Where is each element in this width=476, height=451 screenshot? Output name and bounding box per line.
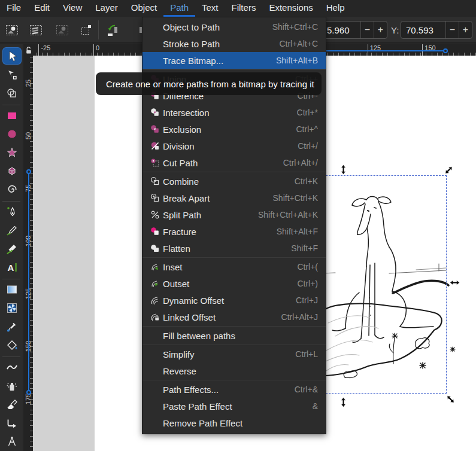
menu-item-paste-path-effect[interactable]: Paste Path Effect& — [143, 398, 326, 415]
hruler-label-25: -25 — [40, 44, 50, 51]
scale-handle-bottom-right[interactable] — [445, 394, 456, 404]
paint-bucket-tool[interactable] — [3, 337, 21, 353]
gradient-tool[interactable] — [3, 281, 21, 297]
menu-item-cut-path[interactable]: Cut PathCtrl+Alt+/ — [143, 154, 326, 171]
y-decrement-button[interactable]: − — [445, 22, 459, 38]
menu-separator — [143, 345, 326, 345]
menu-item-combine[interactable]: CombineCtrl+K — [143, 173, 326, 190]
menu-item-trace-bitmap[interactable]: Trace Bitmap...Shift+Alt+B — [143, 52, 326, 69]
menu-item-dynamic-offset[interactable]: Dynamic OffsetCtrl+J — [143, 292, 326, 309]
menubar-item-view[interactable]: View — [56, 0, 89, 17]
shape-builder-tool[interactable] — [3, 85, 21, 101]
y-value[interactable]: 70.593 — [401, 25, 445, 35]
rotate-ccw-icon — [106, 23, 120, 37]
fracture-icon — [147, 227, 163, 236]
pencil-tool[interactable] — [3, 222, 21, 238]
select-all-button[interactable] — [4, 22, 20, 38]
menu-item-exclusion[interactable]: ExclusionCtrl+^ — [143, 121, 326, 138]
menu-item-split-path[interactable]: Split PathShift+Ctrl+Alt+K — [143, 206, 326, 223]
flatten-icon — [147, 243, 163, 253]
menu-item-outset[interactable]: OutsetCtrl+) — [143, 275, 326, 292]
menu-item-stroke-to-path[interactable]: Stroke to PathCtrl+Alt+C — [143, 35, 326, 52]
menu-item-label: Intersection — [163, 108, 297, 118]
menubar-item-edit[interactable]: Edit — [28, 0, 56, 17]
menu-item-fill-between-paths[interactable]: Fill between paths — [143, 327, 326, 344]
pen-tool[interactable] — [3, 203, 21, 220]
box-3d-tool[interactable] — [3, 163, 21, 179]
menu-item-break-apart[interactable]: Break ApartShift+Ctrl+K — [143, 190, 326, 206]
text-tool[interactable]: A — [3, 259, 21, 275]
spray-icon — [5, 379, 19, 392]
ruler-lock-icon[interactable] — [24, 44, 33, 56]
menubar-item-extensions[interactable]: Extensions — [262, 0, 319, 17]
canvas-desk[interactable] — [33, 56, 95, 451]
menubar: FileEditViewLayerObjectPathTextFiltersEx… — [0, 0, 476, 17]
menubar-item-filters[interactable]: Filters — [225, 0, 263, 17]
tweak-icon — [5, 361, 19, 374]
selection-extent-dot-right — [443, 48, 448, 53]
select-all-layers-button[interactable] — [28, 22, 44, 38]
y-increment-button[interactable]: + — [459, 22, 472, 38]
spray-tool[interactable] — [3, 377, 21, 394]
select-all-layers-icon — [29, 23, 43, 37]
menubar-item-help[interactable]: Help — [320, 0, 351, 17]
node-editor-tool[interactable] — [3, 66, 21, 83]
eraser-tool[interactable] — [3, 396, 21, 412]
menu-item-remove-path-effect[interactable]: Remove Path Effect — [143, 415, 326, 431]
menu-item-object-to-path[interactable]: Object to PathShift+Ctrl+C — [143, 19, 326, 35]
menubar-item-path[interactable]: Path — [163, 0, 195, 17]
menu-separator — [143, 257, 326, 258]
deselect-button[interactable] — [54, 22, 71, 38]
toolbar-separator — [98, 20, 99, 39]
menu-item-path-effects[interactable]: Path Effects...Ctrl+& — [143, 381, 326, 398]
menu-item-inset[interactable]: InsetCtrl+( — [143, 258, 326, 275]
selector-tool[interactable] — [3, 48, 21, 64]
rectangle-tool[interactable] — [3, 107, 21, 123]
spiral-tool[interactable] — [3, 181, 21, 197]
select-inverse-button[interactable] — [78, 22, 95, 38]
box-3d-icon — [5, 164, 19, 178]
menu-item-shortcut: Ctrl+) — [297, 279, 326, 288]
menu-item-division[interactable]: DivisionCtrl+/ — [143, 138, 326, 154]
mesh-gradient-tool[interactable] — [3, 300, 21, 316]
menubar-item-object[interactable]: Object — [125, 0, 163, 17]
rotate-ccw-button[interactable] — [105, 22, 122, 38]
y-coordinate-field[interactable]: 70.593 − + — [401, 21, 472, 39]
menu-item-intersection[interactable]: IntersectionCtrl+* — [143, 104, 326, 121]
tooltip-text: Create one or more paths from a bitmap b… — [106, 79, 314, 89]
scale-handle-bottom[interactable] — [338, 397, 348, 407]
x-decrement-button[interactable]: − — [360, 22, 374, 38]
menubar-item-text[interactable]: Text — [195, 0, 225, 17]
y-axis-label: Y: — [391, 25, 399, 35]
menu-separator — [143, 69, 326, 70]
measure-tool[interactable] — [3, 433, 21, 449]
menu-item-flatten[interactable]: FlattenShift+F — [143, 240, 326, 257]
scale-handle-top[interactable] — [338, 164, 348, 175]
tweak-tool[interactable] — [3, 359, 21, 375]
scale-handle-top-right[interactable] — [444, 165, 454, 175]
dropper-tool[interactable] — [3, 318, 21, 334]
menu-item-label: Break Apart — [163, 193, 273, 203]
ellipse-tool[interactable] — [3, 126, 21, 142]
spiral-icon — [5, 183, 19, 196]
connector-tool[interactable] — [3, 415, 21, 431]
break-apart-icon — [147, 193, 163, 203]
calligraphy-tool[interactable] — [3, 240, 21, 257]
x-value[interactable]: 5.960 — [322, 25, 360, 35]
combine-icon — [147, 176, 163, 186]
menubar-item-file[interactable]: File — [0, 0, 28, 17]
menu-item-label: Division — [163, 141, 298, 151]
scale-handle-right[interactable] — [450, 278, 460, 288]
menu-item-simplify[interactable]: SimplifyCtrl+L — [143, 346, 326, 362]
menu-item-linked-offset[interactable]: Linked OffsetCtrl+Alt+J — [143, 309, 326, 325]
star-tool[interactable] — [3, 144, 21, 160]
menu-item-reverse[interactable]: Reverse — [143, 362, 326, 379]
menu-item-shortcut: Ctrl+Alt+J — [281, 312, 326, 322]
toolbox: A — [0, 44, 23, 451]
menubar-item-layer[interactable]: Layer — [89, 0, 125, 17]
x-increment-button[interactable]: + — [374, 22, 387, 38]
menu-item-fracture[interactable]: FractureShift+Alt+F — [143, 223, 326, 240]
ellipse-icon — [5, 127, 19, 141]
x-coordinate-field[interactable]: 5.960 − + — [322, 21, 387, 39]
menu-item-label: Reverse — [163, 366, 318, 376]
